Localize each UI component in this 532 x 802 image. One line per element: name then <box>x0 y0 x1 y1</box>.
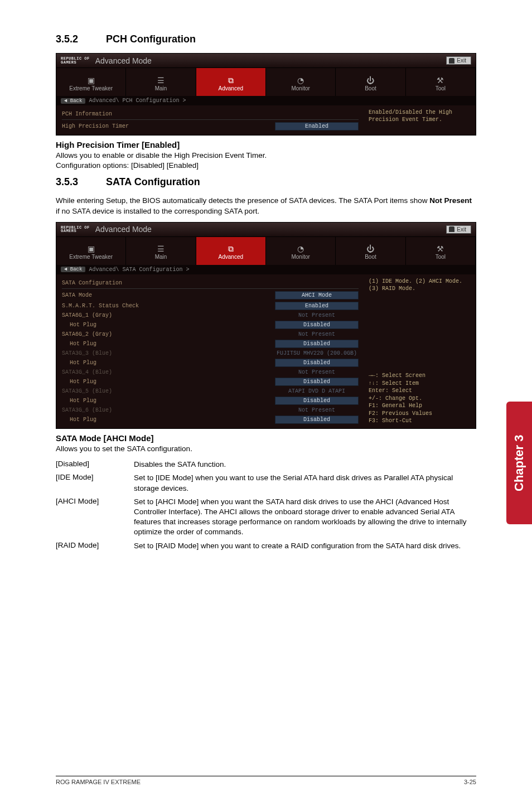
help-text: Enabled/Disabled the High Precision Even… <box>369 109 452 123</box>
tab-tool[interactable]: ⚒Tool <box>406 68 476 96</box>
bios-tabs: ▣Extreme Tweaker ☰Main ⧉Advanced ◔Monito… <box>56 68 476 96</box>
tab-main[interactable]: ☰Main <box>126 68 196 96</box>
sata-intro-bold: Not Present <box>429 196 472 205</box>
tab-label: Extreme Tweaker <box>69 254 113 260</box>
row-label: SATA Mode <box>62 292 275 298</box>
hpt-heading: High Precision Timer [Enabled] <box>56 140 476 149</box>
row-label: Hot Plug <box>62 379 275 385</box>
row-value: Not Present <box>275 369 359 375</box>
exit-label: Exit <box>457 226 466 233</box>
monitor-icon: ◔ <box>297 245 304 253</box>
mode-label: Advanced Mode <box>95 225 152 234</box>
option-value: Set to [IDE Mode] when you want to use t… <box>134 473 476 493</box>
bios-tabs: ▣Extreme Tweaker ☰Main ⧉Advanced ◔Monito… <box>56 237 476 265</box>
row-value[interactable]: Disabled <box>275 378 359 386</box>
exit-label: Exit <box>457 57 466 64</box>
bios-row[interactable]: S.M.A.R.T. Status CheckEnabled <box>62 301 359 311</box>
back-button[interactable]: ◄ Back <box>61 98 85 104</box>
satamode-intro: Allows you to set the SATA configuration… <box>56 444 476 454</box>
list-icon: ☰ <box>157 245 165 253</box>
row-high-precision-timer[interactable]: High Precision Timer Enabled <box>62 121 359 132</box>
bios-body: SATA Configuration SATA ModeAHCI ModeS.M… <box>56 274 476 428</box>
monitor-icon: ◔ <box>297 76 304 84</box>
row-value[interactable]: Disabled <box>275 397 359 405</box>
tab-label: Advanced <box>219 254 243 260</box>
tab-boot[interactable]: ⏻Boot <box>336 68 405 96</box>
option-key: [AHCI Mode] <box>56 497 134 538</box>
bios-row[interactable]: Hot PlugDisabled <box>62 320 359 330</box>
option-row: [IDE Mode]Set to [IDE Mode] when you wan… <box>56 473 476 493</box>
row-value: ATAPI DVD D ATAPI <box>275 388 359 394</box>
tab-advanced[interactable]: ⧉Advanced <box>196 68 266 96</box>
tab-boot[interactable]: ⏻Boot <box>336 237 405 265</box>
back-label: Back <box>70 267 83 272</box>
tab-label: Main <box>155 254 167 260</box>
row-label: Hot Plug <box>62 341 275 347</box>
bios-row[interactable]: Hot PlugDisabled <box>62 395 359 406</box>
help-line: +/-: Change Opt. <box>369 395 471 403</box>
bios-header: REPUBLIC OF GAMERS Advanced Mode Exit <box>56 223 476 237</box>
tab-main[interactable]: ☰Main <box>126 237 196 265</box>
tab-label: Advanced <box>219 85 243 91</box>
heading-353-title: SATA Configuration <box>106 176 200 187</box>
tab-extreme-tweaker[interactable]: ▣Extreme Tweaker <box>56 237 126 265</box>
row-label: SATA3G_3 (Blue) <box>62 350 275 356</box>
pch-info-label: PCH Information <box>62 109 359 118</box>
option-row: [RAID Mode]Set to [RAID Mode] when you w… <box>56 541 476 551</box>
satamode-heading: SATA Mode [AHCI Mode] <box>56 433 476 443</box>
bios-help-pane: (1) IDE Mode. (2) AHCI Mode. (3) RAID Mo… <box>364 274 476 428</box>
bios-row[interactable]: Hot PlugDisabled <box>62 414 359 425</box>
tab-monitor[interactable]: ◔Monitor <box>266 68 336 96</box>
heading-352-num: 3.5.2 <box>56 33 106 45</box>
exit-button[interactable]: Exit <box>446 225 471 234</box>
exit-icon <box>449 58 454 64</box>
help-top: (1) IDE Mode. (2) AHCI Mode. (3) RAID Mo… <box>369 278 471 292</box>
tab-extreme-tweaker[interactable]: ▣Extreme Tweaker <box>56 68 126 96</box>
row-value: Not Present <box>275 407 359 413</box>
row-value: Not Present <box>275 331 359 337</box>
heading-353: 3.5.3SATA Configuration <box>56 176 476 188</box>
tab-tool[interactable]: ⚒Tool <box>406 237 476 265</box>
list-icon: ☰ <box>157 76 165 84</box>
row-value[interactable]: Enabled <box>275 302 359 310</box>
option-row: [Disabled]Disables the SATA function. <box>56 460 476 470</box>
row-label: Hot Plug <box>62 360 275 366</box>
divider <box>62 288 359 289</box>
bios-body: PCH Information High Precision Timer Ena… <box>56 105 476 135</box>
rog-logo-bottom: GAMERS <box>61 229 76 233</box>
bios-row: SATA3G_4 (Blue)Not Present <box>62 368 359 376</box>
bios-row: SATA3G_3 (Blue)FUJITSU MHV220 (200.0GB) <box>62 349 359 357</box>
tab-label: Boot <box>365 254 376 260</box>
row-label: High Precision Timer <box>62 123 275 129</box>
help-line: F1: General Help <box>369 402 471 410</box>
row-value[interactable]: Disabled <box>275 416 359 424</box>
chapter-side-tab: Chapter 3 <box>506 402 532 524</box>
advanced-icon: ⧉ <box>228 245 234 253</box>
bios-row[interactable]: SATA ModeAHCI Mode <box>62 290 359 301</box>
breadcrumb: ◄ Back Advanced\ PCH Configuration > <box>56 96 476 105</box>
option-value: Set to [AHCI Mode] when you want the SAT… <box>134 497 476 538</box>
row-value[interactable]: AHCI Mode <box>275 291 359 299</box>
bios-row[interactable]: Hot PlugDisabled <box>62 357 359 368</box>
tab-label: Main <box>155 85 167 91</box>
exit-button[interactable]: Exit <box>446 56 471 65</box>
option-value: Set to [RAID Mode] when you want to crea… <box>134 541 476 551</box>
bios-row[interactable]: Hot PlugDisabled <box>62 376 359 387</box>
sata-config-label: SATA Configuration <box>62 278 359 287</box>
bios-row[interactable]: Hot PlugDisabled <box>62 339 359 349</box>
row-value[interactable]: Disabled <box>275 359 359 367</box>
row-value[interactable]: Disabled <box>275 321 359 329</box>
tool-icon: ⚒ <box>437 245 444 253</box>
row-label: Hot Plug <box>62 398 275 404</box>
tab-label: Monitor <box>291 85 309 91</box>
row-value[interactable]: Disabled <box>275 340 359 348</box>
back-button[interactable]: ◄ Back <box>61 267 85 272</box>
power-icon: ⏻ <box>366 76 374 84</box>
row-value[interactable]: Enabled <box>275 122 359 131</box>
row-label: SATA6G_2 (Gray) <box>62 331 275 337</box>
tab-label: Tool <box>436 85 446 91</box>
row-value: FUJITSU MHV220 (200.0GB) <box>275 350 359 356</box>
tab-monitor[interactable]: ◔Monitor <box>266 237 336 265</box>
heading-353-num: 3.5.3 <box>56 176 106 188</box>
tab-advanced[interactable]: ⧉Advanced <box>196 237 266 265</box>
